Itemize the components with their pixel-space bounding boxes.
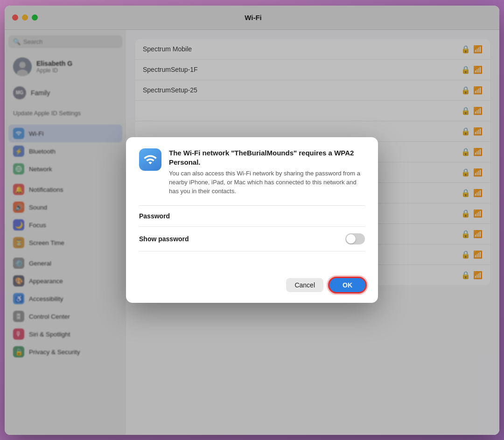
modal-title: The Wi-Fi network "TheBurialMounds" requ… [169, 148, 365, 167]
cancel-button[interactable]: Cancel [286, 278, 323, 292]
modal-header-text: The Wi-Fi network "TheBurialMounds" requ… [169, 148, 365, 196]
modal-body: The Wi-Fi network "TheBurialMounds" requ… [126, 137, 378, 270]
modal-wifi-icon [139, 148, 161, 171]
wifi-password-modal: The Wi-Fi network "TheBurialMounds" requ… [126, 137, 378, 303]
modal-password-field: Password [139, 206, 365, 227]
modal-description: You can also access this Wi-Fi network b… [169, 169, 365, 196]
modal-spacer [139, 251, 365, 261]
modal-footer: Cancel OK [126, 270, 378, 303]
modal-overlay: The Wi-Fi network "TheBurialMounds" requ… [5, 6, 499, 435]
toggle-knob [346, 234, 356, 244]
password-label: Password [139, 212, 365, 220]
modal-header: The Wi-Fi network "TheBurialMounds" requ… [139, 148, 365, 196]
ok-button[interactable]: OK [328, 277, 367, 293]
show-password-toggle[interactable] [345, 233, 365, 244]
show-password-row: Show password [139, 233, 365, 244]
system-preferences-window: Wi-Fi 🔍 Elisabeth G Apple ID [5, 6, 499, 435]
modal-show-password-field: Show password [139, 227, 365, 251]
show-password-label: Show password [139, 235, 189, 243]
